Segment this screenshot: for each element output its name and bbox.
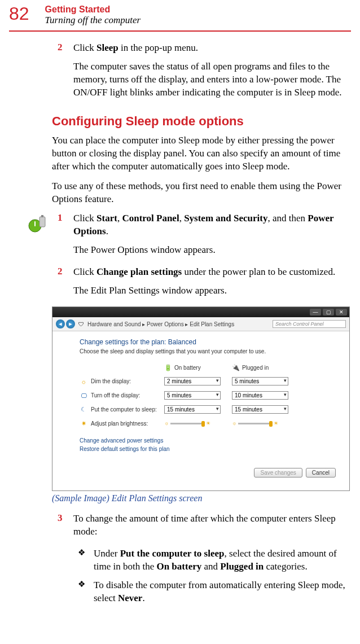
- plug-icon: 🔌: [232, 363, 240, 371]
- diamond-bullet-icon: ❖: [78, 547, 94, 573]
- svg-rect-3: [41, 215, 43, 217]
- step-line: Click Sleep in the pop-up menu.: [73, 42, 351, 55]
- power-icon: [27, 213, 47, 236]
- maximize-button[interactable]: ▢: [323, 309, 334, 316]
- off-plugged-select[interactable]: 10 minutes: [232, 391, 288, 400]
- plan-title: Change settings for the plan: Balanced: [80, 338, 336, 346]
- minimize-button[interactable]: —: [310, 309, 321, 316]
- on-battery-header: 🔋On battery: [164, 363, 232, 371]
- body-para-1: You can place the computer into Sleep mo…: [52, 134, 351, 173]
- breadcrumb[interactable]: Hardware and Sound ▸ Power Options ▸ Edi…: [87, 321, 269, 327]
- step-2-config: 2 Click Change plan settings under the p…: [58, 266, 354, 303]
- save-changes-button[interactable]: Save changes: [254, 468, 302, 477]
- header-divider: [9, 30, 351, 32]
- restore-defaults-link[interactable]: Restore default settings for this plan: [80, 446, 336, 452]
- bullet-1: ❖ Under Put the computer to sleep, selec…: [78, 547, 351, 573]
- bullet-2: ❖ To disable the computer from automatic…: [78, 579, 351, 605]
- bullet-text: To disable the computer from automatical…: [94, 579, 351, 605]
- dim-icon: ☼: [80, 378, 87, 385]
- plugged-in-header: 🔌Plugged in: [232, 363, 300, 371]
- sleep-label: ☾Put the computer to sleep:: [80, 406, 164, 414]
- step-line: Click Change plan settings under the pow…: [73, 266, 351, 279]
- page-header: 82 Getting Started Turning off the compu…: [0, 0, 360, 29]
- step-number: 2: [58, 266, 73, 303]
- step-number: 2: [58, 42, 73, 105]
- brightness-label: ✷Adjust plan brightness:: [80, 419, 164, 427]
- brightness-icon: ✷: [80, 419, 87, 427]
- step-3: 3 To change the amount of time after whi…: [58, 512, 354, 544]
- dim-battery-select[interactable]: 2 minutes: [164, 377, 221, 385]
- close-button[interactable]: ✕: [336, 309, 347, 316]
- plan-desc: Choose the sleep and display settings th…: [80, 348, 336, 354]
- monitor-icon: 🖵: [80, 392, 87, 400]
- step-1-config: 1 Click Start, Control Panel, System and…: [58, 212, 354, 262]
- dim-plugged-select[interactable]: 5 minutes: [232, 377, 288, 385]
- window-navbar: ◄ ► 🛡 Hardware and Sound ▸ Power Options…: [52, 317, 349, 331]
- page-number: 82: [9, 5, 29, 23]
- cancel-button[interactable]: Cancel: [306, 468, 336, 477]
- chapter-title: Getting Started: [45, 5, 141, 15]
- turn-off-display-label: 🖵Turn off the display:: [80, 392, 164, 400]
- moon-icon: ☾: [80, 406, 87, 414]
- battery-icon: 🔋: [164, 363, 172, 371]
- screenshot-caption: (Sample Image) Edit Plan Settings screen: [52, 493, 354, 503]
- step-number: 1: [58, 212, 73, 262]
- search-input[interactable]: Search Control Panel: [273, 320, 346, 328]
- sleep-battery-select[interactable]: 15 minutes: [164, 405, 221, 414]
- step-para: The computer saves the status of all ope…: [73, 60, 351, 99]
- nav-forward-icon[interactable]: ►: [66, 319, 75, 328]
- sleep-plugged-select[interactable]: 15 minutes: [232, 405, 288, 414]
- chapter-subtitle: Turning off the computer: [45, 15, 141, 26]
- brightness-plugged-slider[interactable]: ☼☀: [232, 420, 300, 426]
- body-para-2: To use any of these methods, you first n…: [52, 180, 351, 206]
- step-after: The Edit Plan Settings window appears.: [73, 284, 351, 297]
- off-battery-select[interactable]: 5 minutes: [164, 391, 221, 400]
- section-heading: Configuring Sleep mode options: [52, 114, 351, 129]
- brightness-battery-slider[interactable]: ☼☀: [164, 420, 232, 426]
- bullet-text: Under Put the computer to sleep, select …: [94, 547, 351, 573]
- step-line: To change the amount of time after which…: [73, 512, 351, 538]
- step-line: Click Start, Control Panel, System and S…: [73, 212, 351, 238]
- advanced-settings-link[interactable]: Change advanced power settings: [80, 437, 336, 444]
- svg-rect-2: [39, 217, 45, 227]
- edit-plan-settings-screenshot: — ▢ ✕ ◄ ► 🛡 Hardware and Sound ▸ Power O…: [52, 306, 350, 491]
- shield-icon: 🛡: [78, 321, 84, 327]
- step-number: 3: [58, 512, 73, 544]
- diamond-bullet-icon: ❖: [78, 579, 94, 605]
- window-titlebar: — ▢ ✕: [52, 307, 349, 317]
- nav-back-icon[interactable]: ◄: [56, 319, 65, 328]
- step-after: The Power Options window appears.: [73, 244, 351, 257]
- step-2-top: 2 Click Sleep in the pop-up menu. The co…: [58, 42, 354, 105]
- dim-display-label: ☼Dim the display:: [80, 378, 164, 385]
